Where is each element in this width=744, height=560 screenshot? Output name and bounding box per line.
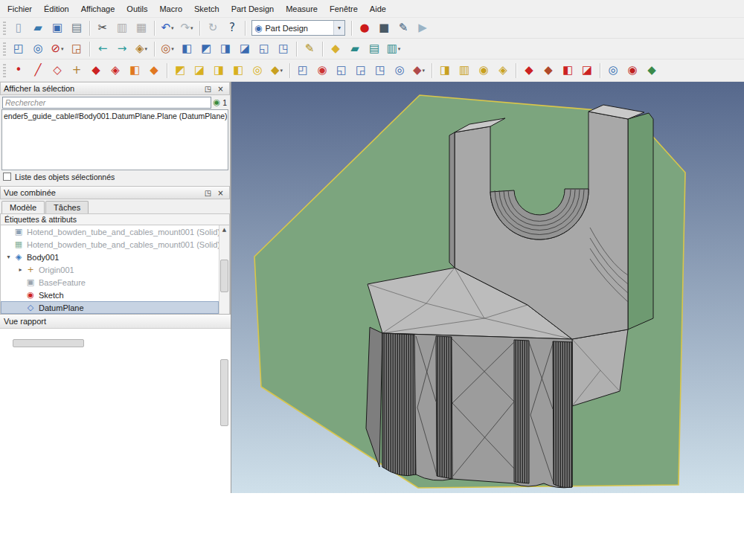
print-button[interactable]: ▤ (68, 19, 86, 37)
measure-button[interactable]: ✎ (301, 40, 318, 58)
tree-item-hotend-bowden-tube-and-cables-mount001-solid[interactable]: ▣Hotend_bowden_tube_and_cables_mount001 … (1, 225, 219, 238)
paste-button[interactable]: ▦ (132, 19, 150, 37)
macro-record-button[interactable]: ● (356, 19, 373, 37)
scroll-track[interactable] (219, 234, 229, 329)
dropdown-arrow-icon[interactable]: ▾ (280, 68, 283, 74)
whats-this-button[interactable]: ? (223, 19, 241, 37)
additive-helix-button[interactable]: ◎ (248, 62, 266, 80)
copy-button[interactable]: ▥ (113, 19, 131, 37)
menu-item-aide[interactable]: Aide (364, 1, 392, 16)
redo-button[interactable]: ↷▾ (178, 19, 196, 37)
fit-selection-button[interactable]: ◎ (29, 40, 47, 58)
scroll-thumb[interactable] (220, 359, 228, 426)
3d-viewport[interactable] (231, 82, 744, 493)
tree-horizontal-scrollbar[interactable]: ◀ ▶ (0, 338, 230, 349)
fit-all-button[interactable]: ◰ (10, 40, 28, 58)
additive-primitive-button[interactable]: ◆▾ (268, 62, 286, 80)
polar-pattern-button[interactable]: ◉ (475, 62, 493, 80)
clipping-plane-button[interactable]: ⊘▾ (48, 40, 66, 58)
refresh-button[interactable]: ↻ (204, 19, 222, 37)
datum-point-button[interactable]: • (10, 62, 28, 80)
check-geometry-button[interactable]: ◎ (604, 62, 622, 80)
menu-item-affichage[interactable]: Affichage (75, 1, 121, 16)
refine-shape-button[interactable]: ◉ (623, 62, 641, 80)
map-sketch-button[interactable]: ◧ (126, 62, 144, 80)
undo-button[interactable]: ↶▾ (158, 19, 176, 37)
scroll-thumb[interactable] (220, 260, 228, 292)
view-top-button[interactable]: ◩ (197, 40, 215, 58)
tree-item-body001[interactable]: ▾◈Body001 (1, 251, 219, 263)
dropdown-arrow-icon[interactable]: ▾ (145, 46, 148, 52)
fillet-button[interactable]: ◆ (520, 62, 538, 80)
subtractive-primitive-button[interactable]: ◆▾ (410, 62, 428, 80)
new-file-button[interactable]: ▯ (10, 19, 28, 37)
open-file-button[interactable]: ▰ (29, 19, 47, 37)
expand-icon[interactable]: ▸ (16, 266, 25, 273)
chamfer-button[interactable]: ◆ (539, 62, 557, 80)
close-panel-icon[interactable]: × (215, 187, 226, 198)
menu-item-part-design[interactable]: Part Design (225, 1, 280, 16)
cut-button[interactable]: ✂ (94, 19, 112, 37)
tree-item-sketch[interactable]: ◉Sketch (1, 289, 219, 301)
toolbar-grip[interactable] (3, 42, 6, 56)
macro-stop-button[interactable]: ■ (375, 19, 393, 37)
nav-back-button[interactable]: ← (94, 40, 112, 58)
shape-binder-button[interactable]: ◆ (145, 62, 163, 80)
additive-loft-button[interactable]: ◨ (210, 62, 228, 80)
scroll-up-icon[interactable]: ▲ (219, 225, 229, 234)
zoom-tools-button[interactable]: ◎▾ (158, 40, 176, 58)
linear-pattern-button[interactable]: ▥ (455, 62, 473, 80)
scroll-thumb[interactable] (13, 339, 84, 347)
tree-item-origin001[interactable]: ▸+Origin001 (1, 263, 219, 276)
edit-sketch-button[interactable]: ◈ (106, 62, 124, 80)
pocket-button[interactable]: ◰ (294, 62, 312, 80)
part-helper-button[interactable]: ◆ (327, 40, 344, 58)
subtractive-helix-button[interactable]: ◎ (391, 62, 408, 80)
tree-item-basefeature[interactable]: ▣BaseFeature (1, 276, 219, 289)
close-panel-icon[interactable]: × (215, 83, 226, 94)
view-right-button[interactable]: ◨ (217, 40, 234, 58)
view-left-button[interactable]: ◳ (275, 40, 292, 58)
revolution-button[interactable]: ◪ (190, 62, 208, 80)
create-sketch-button[interactable]: ◆ (87, 62, 105, 80)
dropdown-arrow-icon[interactable]: ▾ (398, 46, 401, 52)
dropdown-arrow-icon[interactable]: ▾ (423, 68, 426, 74)
save-button[interactable]: ▣ (48, 19, 66, 37)
paste-object-button[interactable]: ▥▾ (385, 40, 403, 58)
draft-button[interactable]: ◧ (559, 62, 577, 80)
search-input[interactable] (2, 97, 211, 109)
macro-play-button[interactable]: ▶ (414, 19, 432, 37)
toolbar-grip[interactable] (3, 22, 6, 35)
groove-button[interactable]: ◱ (333, 62, 350, 80)
datum-plane-button[interactable]: ◇ (48, 62, 66, 80)
tree-item-datumplane[interactable]: ◇DatumPlane (1, 301, 219, 314)
dropdown-arrow-icon[interactable]: ▾ (171, 25, 174, 31)
view-rear-button[interactable]: ◪ (236, 40, 254, 58)
dropdown-arrow-icon[interactable]: ▾ (61, 46, 64, 52)
defeaturing-button[interactable]: ◆ (643, 62, 661, 80)
hole-button[interactable]: ◉ (313, 62, 331, 80)
pad-button[interactable]: ◩ (171, 62, 189, 80)
tree-vertical-scrollbar[interactable]: ▲ ▼ (219, 225, 229, 338)
nav-forward-button[interactable]: → (113, 40, 131, 58)
search-options-icon[interactable]: ◉ (214, 97, 221, 107)
expand-icon[interactable]: ▾ (4, 254, 13, 260)
selection-list-checkbox[interactable] (3, 173, 11, 181)
copy-object-button[interactable]: ▤ (365, 40, 383, 58)
workbench-dropdown-icon[interactable]: ▾ (333, 21, 344, 35)
float-panel-icon[interactable]: ◳ (202, 83, 214, 94)
subtractive-pipe-button[interactable]: ◳ (371, 62, 389, 80)
additive-pipe-button[interactable]: ◧ (229, 62, 247, 80)
view-front-button[interactable]: ◧ (178, 40, 196, 58)
scroll-track[interactable] (11, 338, 219, 348)
view-axonometric-button[interactable]: ◈▾ (132, 40, 150, 58)
box-zoom-button[interactable]: ◲ (68, 40, 86, 58)
workbench-selector[interactable]: ◉Part Design▾ (251, 20, 345, 36)
menu-item-dition[interactable]: Édition (38, 1, 75, 16)
menu-item-macro[interactable]: Macro (153, 1, 188, 16)
datum-line-button[interactable]: ╱ (29, 62, 47, 80)
dropdown-arrow-icon[interactable]: ▾ (190, 25, 193, 31)
local-coordinate-system-button[interactable]: + (68, 62, 86, 80)
toolbar-grip[interactable] (3, 64, 6, 77)
menu-item-outils[interactable]: Outils (121, 1, 153, 16)
